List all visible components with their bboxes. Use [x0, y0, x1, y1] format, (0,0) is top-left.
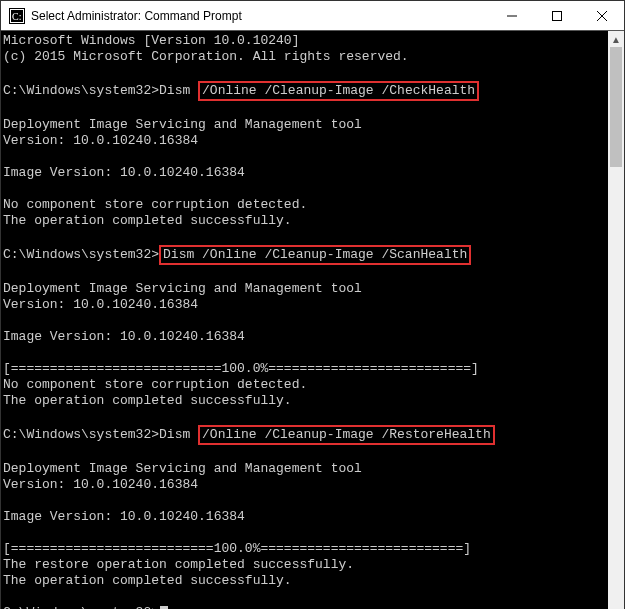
maximize-button[interactable]: [534, 1, 579, 31]
text-line: Version: 10.0.10240.16384: [3, 297, 198, 312]
cmd-icon: C:: [9, 8, 25, 24]
text-line: The restore operation completed successf…: [3, 557, 354, 572]
scroll-thumb[interactable]: [610, 47, 622, 167]
close-button[interactable]: [579, 1, 624, 31]
text-line: The operation completed successfully.: [3, 393, 292, 408]
text-line: Deployment Image Servicing and Managemen…: [3, 461, 362, 476]
text-line: [===========================100.0%======…: [3, 361, 479, 376]
text-line: (c) 2015 Microsoft Corporation. All righ…: [3, 49, 409, 64]
text-line: Microsoft Windows [Version 10.0.10240]: [3, 33, 299, 48]
cmd-text: Dism: [159, 427, 198, 442]
highlight-restorehealth: /Online /Cleanup-Image /RestoreHealth: [198, 425, 495, 445]
text-line: [==========================100.0%=======…: [3, 541, 479, 556]
command-prompt-window: C: Select Administrator: Command Prompt …: [0, 0, 625, 609]
cmd-text: Dism: [159, 83, 198, 98]
text-line: The operation completed successfully.: [3, 213, 292, 228]
text-line: The operation completed successfully.: [3, 573, 292, 588]
titlebar[interactable]: C: Select Administrator: Command Prompt: [1, 1, 624, 31]
text-line: No component store corruption detected.: [3, 377, 307, 392]
svg-text:C:: C:: [12, 11, 21, 22]
text-line: Deployment Image Servicing and Managemen…: [3, 281, 362, 296]
text-line: Deployment Image Servicing and Managemen…: [3, 117, 362, 132]
window-title: Select Administrator: Command Prompt: [31, 9, 242, 23]
scroll-up-button[interactable]: ▲: [608, 31, 624, 47]
highlight-checkhealth: /Online /Cleanup-Image /CheckHealth: [198, 81, 479, 101]
prompt: C:\Windows\system32>: [3, 605, 159, 609]
terminal-output[interactable]: Microsoft Windows [Version 10.0.10240] (…: [1, 31, 608, 609]
vertical-scrollbar[interactable]: ▲ ▼: [608, 31, 624, 609]
text-line: Version: 10.0.10240.16384: [3, 477, 198, 492]
text-line: Image Version: 10.0.10240.16384: [3, 329, 245, 344]
svg-rect-5: [552, 11, 561, 20]
highlight-scanhealth: Dism /Online /Cleanup-Image /ScanHealth: [159, 245, 471, 265]
prompt: C:\Windows\system32>: [3, 83, 159, 98]
minimize-button[interactable]: [489, 1, 534, 31]
prompt: C:\Windows\system32>: [3, 427, 159, 442]
prompt: C:\Windows\system32>: [3, 247, 159, 262]
text-line: Image Version: 10.0.10240.16384: [3, 509, 245, 524]
terminal-area: Microsoft Windows [Version 10.0.10240] (…: [1, 31, 624, 609]
text-line: Version: 10.0.10240.16384: [3, 133, 198, 148]
text-line: No component store corruption detected.: [3, 197, 307, 212]
text-line: Image Version: 10.0.10240.16384: [3, 165, 245, 180]
